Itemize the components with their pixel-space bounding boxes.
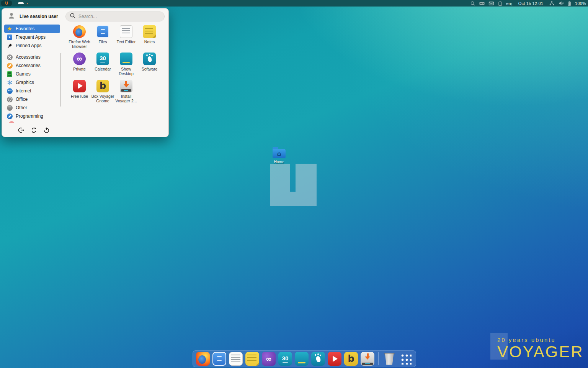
search-input[interactable]	[78, 14, 160, 19]
dock-calendar[interactable]: 30	[278, 352, 292, 366]
keyboard-layout-indicator[interactable]: en₁	[506, 1, 513, 6]
calendar-icon: 30	[278, 352, 292, 366]
dock-text-editor[interactable]	[229, 352, 243, 366]
category-games[interactable]: Games	[4, 70, 60, 78]
app-label: Text Editor	[114, 39, 138, 44]
app-firefox[interactable]: Firefox Web Browser	[68, 25, 91, 49]
category-internet[interactable]: Internet	[4, 87, 60, 95]
session-buttons	[16, 125, 51, 135]
dock-private[interactable]: ∞	[262, 352, 276, 366]
app-grid-icon	[399, 352, 413, 366]
app-label: Show Desktop	[114, 67, 138, 76]
private-mask-icon: ∞	[262, 352, 276, 366]
app-label: Box Voyager Gnome	[91, 94, 114, 104]
dock-app-grid[interactable]	[399, 352, 413, 366]
app-freetube[interactable]: FreeTube	[68, 80, 91, 104]
voyager-u-watermark	[270, 164, 317, 206]
trash-icon	[382, 352, 396, 366]
freetube-icon	[73, 80, 86, 92]
home-label: Home	[270, 160, 288, 164]
network-tray-icon[interactable]	[549, 1, 555, 6]
restart-button[interactable]	[29, 125, 38, 135]
app-files[interactable]: Files	[91, 25, 114, 49]
category-accessories[interactable]: Accessories	[4, 53, 60, 61]
pen-icon	[7, 63, 13, 69]
app-label: Install Voyager 2...	[114, 94, 138, 104]
app-install-voyager[interactable]: Install Voyager 2...	[114, 80, 138, 104]
battery-tray-icon[interactable]	[567, 1, 572, 6]
dock-files[interactable]	[212, 352, 226, 366]
top-panel: U en₁ Oct 15 12:01	[0, 0, 588, 7]
category-label: Games	[16, 71, 31, 77]
search-tray-icon[interactable]	[470, 1, 475, 6]
battery-percentage: 100%	[575, 1, 586, 6]
category-pinned-apps[interactable]: Pinned Apps	[4, 41, 60, 50]
calendar-icon: 30	[96, 53, 109, 65]
category-label: Pinned Apps	[16, 43, 41, 48]
paperclip-icon	[7, 97, 13, 102]
clock[interactable]: Oct 15 12:01	[518, 1, 543, 6]
category-office[interactable]: Office	[4, 95, 60, 104]
category-label: Favorites	[16, 26, 34, 31]
app-label: FreeTube	[68, 94, 91, 99]
category-accessories-2[interactable]: Accessories	[4, 61, 60, 70]
window-buttons-pill[interactable]	[18, 2, 24, 4]
mail-tray-icon[interactable]	[488, 1, 494, 6]
app-label: Files	[91, 39, 114, 44]
app-label: Notes	[138, 39, 161, 44]
box-voyager-icon: b	[96, 80, 109, 92]
notes-icon	[245, 352, 259, 366]
software-icon	[143, 53, 156, 65]
app-private[interactable]: ∞ Private	[68, 53, 91, 76]
user-avatar-icon	[7, 12, 16, 21]
app-software[interactable]: Software	[138, 53, 161, 76]
category-label: Accessories	[16, 54, 41, 60]
dock-install-voyager[interactable]	[361, 352, 374, 366]
user-name: Live session user	[20, 14, 58, 19]
category-graphics[interactable]: Graphics	[4, 78, 60, 87]
install-voyager-icon	[120, 80, 132, 92]
dock-notes[interactable]	[245, 352, 259, 366]
app-label: Firefox Web Browser	[68, 39, 91, 49]
desktop-home-icon[interactable]: ⌂ Home	[270, 149, 288, 164]
star-icon: ★	[7, 26, 12, 32]
show-desktop-icon	[295, 352, 309, 366]
house-glyph-icon: ⌂	[273, 149, 286, 158]
clipboard-tray-icon[interactable]	[498, 1, 503, 6]
dock-separator	[378, 352, 379, 365]
programming-pen-icon	[7, 113, 13, 119]
applications-menu-button[interactable]: U	[1, 0, 12, 6]
dock-show-desktop[interactable]	[295, 352, 309, 366]
dock-software[interactable]	[311, 352, 325, 366]
shutdown-button[interactable]	[42, 125, 51, 135]
category-label: Other	[16, 105, 27, 110]
app-text-editor[interactable]: Text Editor	[114, 25, 138, 49]
category-other[interactable]: Other	[4, 104, 60, 112]
category-favorites[interactable]: ★ Favorites	[4, 25, 60, 33]
text-editor-icon	[120, 25, 132, 38]
tools-icon	[7, 54, 13, 60]
app-show-desktop[interactable]: Show Desktop	[114, 53, 138, 76]
branding-tagline: 20 years ubuntu	[497, 337, 584, 343]
dock-box-voyager[interactable]: b	[344, 352, 358, 366]
menu-sidebar: ★ Favorites ★ Frequent Apps Pinned Apps …	[2, 24, 62, 120]
dock-freetube[interactable]	[328, 352, 341, 366]
app-notes[interactable]: Notes	[138, 25, 161, 49]
sidebar-scrollbar[interactable]	[60, 53, 61, 107]
search-bar[interactable]	[65, 12, 165, 21]
dock-firefox[interactable]	[196, 352, 210, 366]
category-label: Accessories	[16, 63, 41, 68]
logout-button[interactable]	[16, 125, 26, 135]
app-label: Calendar	[91, 67, 114, 71]
category-label: Office	[16, 97, 28, 102]
app-box-voyager[interactable]: b Box Voyager Gnome	[91, 80, 114, 104]
branding-name: VOYAGER	[497, 343, 584, 360]
frequent-apps-icon: ★	[7, 34, 12, 40]
dock-trash[interactable]	[382, 352, 396, 366]
app-calendar[interactable]: 30 Calendar	[91, 53, 114, 76]
box-voyager-icon: b	[344, 352, 358, 366]
media-tray-icon[interactable]	[479, 1, 485, 6]
volume-tray-icon[interactable]	[558, 1, 564, 6]
category-frequent-apps[interactable]: ★ Frequent Apps	[4, 33, 60, 41]
category-programming[interactable]: Programming	[4, 112, 60, 120]
